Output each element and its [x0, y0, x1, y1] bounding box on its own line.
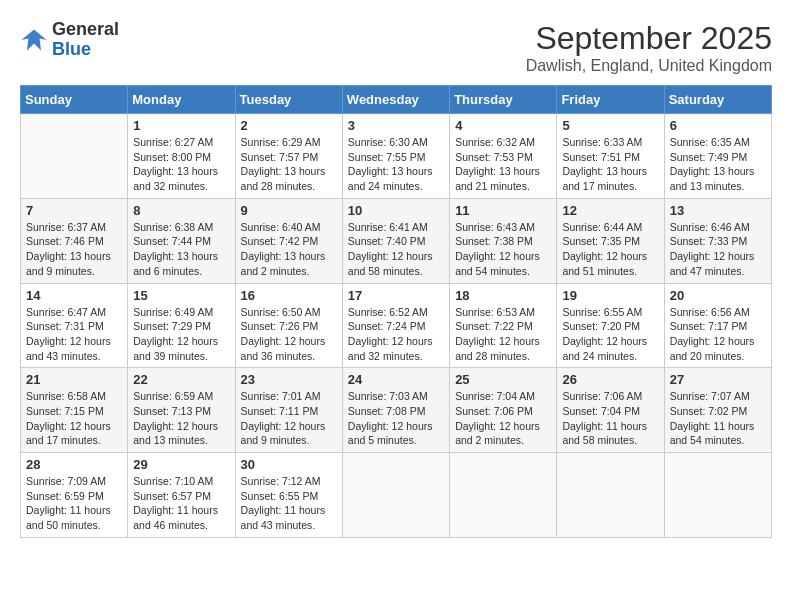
day-info: Sunrise: 7:04 AM Sunset: 7:06 PM Dayligh… [455, 389, 551, 448]
day-number: 28 [26, 457, 122, 472]
calendar-cell: 30Sunrise: 7:12 AM Sunset: 6:55 PM Dayli… [235, 453, 342, 538]
calendar-week-row: 21Sunrise: 6:58 AM Sunset: 7:15 PM Dayli… [21, 368, 772, 453]
day-number: 30 [241, 457, 337, 472]
day-info: Sunrise: 6:35 AM Sunset: 7:49 PM Dayligh… [670, 135, 766, 194]
day-info: Sunrise: 6:55 AM Sunset: 7:20 PM Dayligh… [562, 305, 658, 364]
day-info: Sunrise: 6:49 AM Sunset: 7:29 PM Dayligh… [133, 305, 229, 364]
day-info: Sunrise: 7:06 AM Sunset: 7:04 PM Dayligh… [562, 389, 658, 448]
day-number: 2 [241, 118, 337, 133]
day-number: 23 [241, 372, 337, 387]
calendar-header: SundayMondayTuesdayWednesdayThursdayFrid… [21, 86, 772, 114]
day-info: Sunrise: 6:52 AM Sunset: 7:24 PM Dayligh… [348, 305, 444, 364]
calendar-cell [450, 453, 557, 538]
header-day: Sunday [21, 86, 128, 114]
calendar-cell: 2Sunrise: 6:29 AM Sunset: 7:57 PM Daylig… [235, 114, 342, 199]
location: Dawlish, England, United Kingdom [526, 57, 772, 75]
calendar-week-row: 28Sunrise: 7:09 AM Sunset: 6:59 PM Dayli… [21, 453, 772, 538]
day-number: 16 [241, 288, 337, 303]
day-info: Sunrise: 7:07 AM Sunset: 7:02 PM Dayligh… [670, 389, 766, 448]
calendar-cell: 18Sunrise: 6:53 AM Sunset: 7:22 PM Dayli… [450, 283, 557, 368]
day-info: Sunrise: 6:29 AM Sunset: 7:57 PM Dayligh… [241, 135, 337, 194]
calendar-cell: 27Sunrise: 7:07 AM Sunset: 7:02 PM Dayli… [664, 368, 771, 453]
calendar-cell: 26Sunrise: 7:06 AM Sunset: 7:04 PM Dayli… [557, 368, 664, 453]
day-info: Sunrise: 6:30 AM Sunset: 7:55 PM Dayligh… [348, 135, 444, 194]
day-number: 19 [562, 288, 658, 303]
calendar-cell: 4Sunrise: 6:32 AM Sunset: 7:53 PM Daylig… [450, 114, 557, 199]
calendar-cell [664, 453, 771, 538]
calendar-cell: 23Sunrise: 7:01 AM Sunset: 7:11 PM Dayli… [235, 368, 342, 453]
header-day: Thursday [450, 86, 557, 114]
calendar-week-row: 7Sunrise: 6:37 AM Sunset: 7:46 PM Daylig… [21, 198, 772, 283]
day-number: 1 [133, 118, 229, 133]
day-number: 11 [455, 203, 551, 218]
day-number: 25 [455, 372, 551, 387]
logo-text: General Blue [52, 20, 119, 60]
calendar-cell: 21Sunrise: 6:58 AM Sunset: 7:15 PM Dayli… [21, 368, 128, 453]
header-day: Wednesday [342, 86, 449, 114]
calendar-cell: 13Sunrise: 6:46 AM Sunset: 7:33 PM Dayli… [664, 198, 771, 283]
day-info: Sunrise: 6:58 AM Sunset: 7:15 PM Dayligh… [26, 389, 122, 448]
calendar-cell: 25Sunrise: 7:04 AM Sunset: 7:06 PM Dayli… [450, 368, 557, 453]
day-number: 29 [133, 457, 229, 472]
calendar-cell: 9Sunrise: 6:40 AM Sunset: 7:42 PM Daylig… [235, 198, 342, 283]
day-number: 21 [26, 372, 122, 387]
day-info: Sunrise: 6:47 AM Sunset: 7:31 PM Dayligh… [26, 305, 122, 364]
calendar-week-row: 14Sunrise: 6:47 AM Sunset: 7:31 PM Dayli… [21, 283, 772, 368]
day-info: Sunrise: 6:46 AM Sunset: 7:33 PM Dayligh… [670, 220, 766, 279]
day-number: 14 [26, 288, 122, 303]
day-number: 7 [26, 203, 122, 218]
calendar-cell: 12Sunrise: 6:44 AM Sunset: 7:35 PM Dayli… [557, 198, 664, 283]
calendar-cell: 24Sunrise: 7:03 AM Sunset: 7:08 PM Dayli… [342, 368, 449, 453]
header-day: Tuesday [235, 86, 342, 114]
day-info: Sunrise: 6:43 AM Sunset: 7:38 PM Dayligh… [455, 220, 551, 279]
calendar-cell: 10Sunrise: 6:41 AM Sunset: 7:40 PM Dayli… [342, 198, 449, 283]
calendar-cell [557, 453, 664, 538]
page-header: General Blue September 2025 Dawlish, Eng… [20, 20, 772, 75]
month-title: September 2025 [526, 20, 772, 57]
day-info: Sunrise: 7:10 AM Sunset: 6:57 PM Dayligh… [133, 474, 229, 533]
day-number: 6 [670, 118, 766, 133]
calendar-body: 1Sunrise: 6:27 AM Sunset: 8:00 PM Daylig… [21, 114, 772, 538]
calendar-cell: 15Sunrise: 6:49 AM Sunset: 7:29 PM Dayli… [128, 283, 235, 368]
day-info: Sunrise: 6:50 AM Sunset: 7:26 PM Dayligh… [241, 305, 337, 364]
calendar-cell: 14Sunrise: 6:47 AM Sunset: 7:31 PM Dayli… [21, 283, 128, 368]
day-info: Sunrise: 6:33 AM Sunset: 7:51 PM Dayligh… [562, 135, 658, 194]
calendar-cell: 7Sunrise: 6:37 AM Sunset: 7:46 PM Daylig… [21, 198, 128, 283]
day-info: Sunrise: 6:41 AM Sunset: 7:40 PM Dayligh… [348, 220, 444, 279]
day-info: Sunrise: 6:40 AM Sunset: 7:42 PM Dayligh… [241, 220, 337, 279]
logo: General Blue [20, 20, 119, 60]
day-number: 3 [348, 118, 444, 133]
logo-icon [20, 26, 48, 54]
title-block: September 2025 Dawlish, England, United … [526, 20, 772, 75]
calendar-cell: 11Sunrise: 6:43 AM Sunset: 7:38 PM Dayli… [450, 198, 557, 283]
day-info: Sunrise: 6:32 AM Sunset: 7:53 PM Dayligh… [455, 135, 551, 194]
header-day: Saturday [664, 86, 771, 114]
day-info: Sunrise: 6:56 AM Sunset: 7:17 PM Dayligh… [670, 305, 766, 364]
calendar-cell: 29Sunrise: 7:10 AM Sunset: 6:57 PM Dayli… [128, 453, 235, 538]
day-info: Sunrise: 6:37 AM Sunset: 7:46 PM Dayligh… [26, 220, 122, 279]
day-number: 26 [562, 372, 658, 387]
day-info: Sunrise: 7:12 AM Sunset: 6:55 PM Dayligh… [241, 474, 337, 533]
day-number: 17 [348, 288, 444, 303]
day-number: 15 [133, 288, 229, 303]
day-info: Sunrise: 6:38 AM Sunset: 7:44 PM Dayligh… [133, 220, 229, 279]
day-number: 4 [455, 118, 551, 133]
day-info: Sunrise: 6:27 AM Sunset: 8:00 PM Dayligh… [133, 135, 229, 194]
day-info: Sunrise: 7:09 AM Sunset: 6:59 PM Dayligh… [26, 474, 122, 533]
calendar-cell [21, 114, 128, 199]
calendar-week-row: 1Sunrise: 6:27 AM Sunset: 8:00 PM Daylig… [21, 114, 772, 199]
calendar-cell: 1Sunrise: 6:27 AM Sunset: 8:00 PM Daylig… [128, 114, 235, 199]
day-number: 20 [670, 288, 766, 303]
calendar-cell: 22Sunrise: 6:59 AM Sunset: 7:13 PM Dayli… [128, 368, 235, 453]
calendar-table: SundayMondayTuesdayWednesdayThursdayFrid… [20, 85, 772, 538]
day-number: 5 [562, 118, 658, 133]
day-number: 27 [670, 372, 766, 387]
calendar-cell [342, 453, 449, 538]
header-day: Friday [557, 86, 664, 114]
day-number: 24 [348, 372, 444, 387]
day-info: Sunrise: 6:53 AM Sunset: 7:22 PM Dayligh… [455, 305, 551, 364]
calendar-cell: 20Sunrise: 6:56 AM Sunset: 7:17 PM Dayli… [664, 283, 771, 368]
header-day: Monday [128, 86, 235, 114]
day-info: Sunrise: 6:44 AM Sunset: 7:35 PM Dayligh… [562, 220, 658, 279]
day-number: 8 [133, 203, 229, 218]
